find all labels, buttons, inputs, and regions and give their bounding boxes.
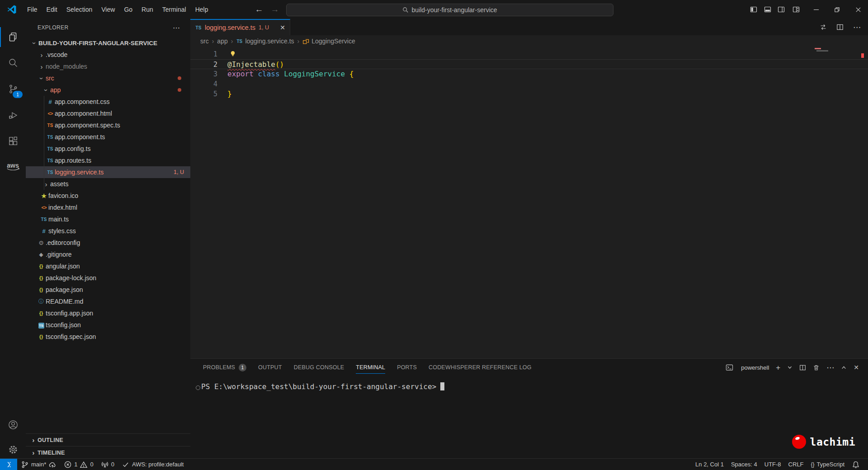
tree-item-editorconfig[interactable]: ⚙.editorconfig (26, 237, 190, 249)
split-terminal-icon[interactable] (799, 364, 806, 371)
tree-item-label: logging.service.ts (55, 169, 104, 176)
activity-bar-item-search[interactable] (0, 52, 26, 74)
status-encoding[interactable]: UTF-8 (761, 459, 785, 470)
maximize-panel-icon[interactable] (841, 365, 847, 371)
activity-bar-item-aws-toolkit[interactable]: aws (0, 156, 26, 178)
code-line-2[interactable]: 2@Injectable() (190, 59, 868, 69)
tree-item-assets[interactable]: ›assets (26, 178, 190, 190)
tab-logging-service-ts[interactable]: TS logging.service.ts 1, U ✕ (190, 19, 290, 35)
status-ports-forwarded[interactable]: 0 (97, 459, 118, 470)
tree-item-node-modules[interactable]: ›node_modules (26, 61, 190, 72)
tree-item-app[interactable]: ›app (26, 84, 190, 96)
css-file-icon: # (39, 228, 48, 235)
restore-button[interactable] (831, 0, 843, 19)
menu-run[interactable]: Run (137, 0, 158, 19)
tree-item-angular-json[interactable]: {}angular.json (26, 260, 190, 272)
status-indentation[interactable]: Spaces: 4 (727, 459, 761, 470)
command-center-search[interactable]: build-your-first-angular-service (286, 4, 613, 16)
tree-item-tsconfig-json[interactable]: TStsconfig.json (26, 319, 190, 331)
activity-bar-item-settings[interactable] (0, 439, 26, 461)
breadcrumb-loggingservice[interactable]: LoggingService (302, 38, 355, 45)
toggle-primary-sidebar-icon[interactable] (748, 0, 760, 19)
tree-item-build-your-first-angular-service[interactable]: ›BUILD-YOUR-FIRST-ANGULAR-SERVICE (26, 37, 190, 49)
code-line-5[interactable]: 5} (190, 89, 868, 99)
status-eol[interactable]: CRLF (785, 459, 807, 470)
tree-item-app-routes-ts[interactable]: TSapp.routes.ts (26, 155, 190, 166)
code-line-3[interactable]: 3export class LoggingService { (190, 69, 868, 79)
menu-go[interactable]: Go (119, 0, 137, 19)
toggle-secondary-sidebar-icon[interactable] (775, 0, 787, 19)
status-notifications[interactable] (848, 459, 863, 470)
status-aws-profile[interactable]: AWS: profile:default (118, 459, 187, 470)
breadcrumb-app[interactable]: app (217, 38, 227, 45)
toggle-panel-icon[interactable] (762, 0, 774, 19)
panel-tab-debug-console[interactable]: DEBUG CONSOLE (294, 359, 344, 376)
tree-item-app-config-ts[interactable]: TSapp.config.ts (26, 143, 190, 155)
tree-item-favicon-ico[interactable]: ★favicon.ico (26, 190, 190, 202)
tree-item-readme-md[interactable]: ⓘREADME.md (26, 296, 190, 307)
close-window-button[interactable] (852, 0, 864, 19)
status-remote[interactable] (0, 459, 17, 470)
terminal-dropdown-icon[interactable] (787, 365, 793, 370)
css-file-icon: # (46, 99, 55, 105)
panel-tab-problems[interactable]: PROBLEMS1 (203, 359, 246, 376)
tree-item-package-lock-json[interactable]: {}package-lock.json (26, 272, 190, 284)
panel-tab-codewhisperer-reference-log[interactable]: CODEWHISPERER REFERENCE LOG (429, 359, 532, 376)
tree-item-src[interactable]: ›src (26, 72, 190, 84)
tree-item-gitignore[interactable]: ◈.gitignore (26, 249, 190, 260)
activity-bar-item-source-control[interactable]: 1 (0, 78, 26, 100)
menu-view[interactable]: View (97, 0, 119, 19)
explorer-more-actions-icon[interactable]: ⋯ (173, 19, 180, 36)
panel-more-actions-icon[interactable]: ⋯ (826, 363, 834, 372)
tree-item-index-html[interactable]: <>index.html (26, 202, 190, 213)
tree-item-logging-service-ts[interactable]: TSlogging.service.ts1, U (26, 166, 190, 178)
activity-bar-item-accounts[interactable] (0, 414, 26, 436)
section-outline[interactable]: ›OUTLINE (26, 433, 190, 446)
terminal-view[interactable]: PS E:\workspace_test\build-your-first-an… (190, 376, 868, 459)
tree-item-label: package-lock.json (46, 274, 96, 282)
tree-item-vscode[interactable]: ›.vscode (26, 49, 190, 61)
panel-tab-ports[interactable]: PORTS (397, 359, 417, 376)
tree-item-app-component-spec-ts[interactable]: TSapp.component.spec.ts (26, 119, 190, 131)
panel-tab-output[interactable]: OUTPUT (258, 359, 282, 376)
tree-item-tsconfig-spec-json[interactable]: {}tsconfig.spec.json (26, 331, 190, 343)
panel-tab-terminal[interactable]: TERMINAL (356, 359, 385, 376)
kill-terminal-icon[interactable] (813, 364, 820, 371)
breadcrumb-logging-service-ts[interactable]: TSlogging.service.ts (236, 38, 294, 45)
tree-item-tsconfig-app-json[interactable]: {}tsconfig.app.json (26, 307, 190, 319)
tree-item-app-component-css[interactable]: #app.component.css (26, 96, 190, 108)
nav-back-arrow[interactable]: ← (253, 0, 265, 19)
activity-bar-item-run-and-debug[interactable] (0, 104, 26, 126)
menu-file[interactable]: File (23, 0, 42, 19)
status-problems[interactable]: 10 (60, 459, 97, 470)
code-line-1[interactable]: 1 (190, 49, 868, 59)
menu-terminal[interactable]: Terminal (158, 0, 191, 19)
lightbulb-icon[interactable] (229, 50, 236, 57)
shell-label[interactable]: powershell (741, 364, 769, 371)
section-timeline[interactable]: ›TIMELINE (26, 446, 190, 459)
menu-edit[interactable]: Edit (42, 0, 62, 19)
status-cursor-position[interactable]: Ln 2, Col 1 (692, 459, 727, 470)
code-line-4[interactable]: 4 (190, 79, 868, 89)
customize-layout-icon[interactable] (790, 0, 802, 19)
close-panel-icon[interactable]: ✕ (854, 364, 859, 371)
tree-item-app-component-html[interactable]: <>app.component.html (26, 108, 190, 119)
new-terminal-icon[interactable]: + (776, 364, 780, 371)
tree-item-app-component-ts[interactable]: TSapp.component.ts (26, 131, 190, 143)
minimize-button[interactable] (810, 0, 822, 19)
more-actions-icon[interactable]: ⋯ (853, 23, 861, 32)
status-language-mode[interactable]: {}TypeScript (807, 459, 848, 470)
breadcrumb-src[interactable]: src (200, 38, 209, 45)
tab-close-icon[interactable]: ✕ (280, 24, 285, 31)
tree-item-styles-css[interactable]: #styles.css (26, 225, 190, 237)
menu-selection[interactable]: Selection (62, 0, 97, 19)
open-changes-icon[interactable] (820, 24, 827, 31)
menu-help[interactable]: Help (191, 0, 213, 19)
split-editor-icon[interactable] (836, 24, 844, 31)
activity-bar-item-explorer[interactable] (0, 26, 26, 48)
code-editor[interactable]: 12@Injectable()3export class LoggingServ… (190, 47, 868, 358)
tree-item-package-json[interactable]: {}package.json (26, 284, 190, 296)
status-git-branch[interactable]: main* (17, 459, 60, 470)
tree-item-main-ts[interactable]: TSmain.ts (26, 213, 190, 225)
activity-bar-item-extensions[interactable] (0, 131, 26, 152)
